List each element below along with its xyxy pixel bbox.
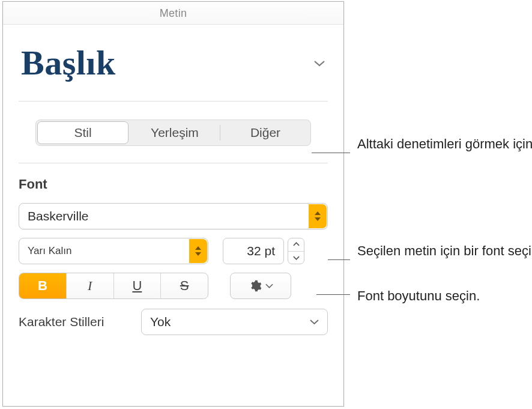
callout-font: Seçilen metin için bir font seçin. xyxy=(357,242,532,260)
gear-icon xyxy=(249,279,262,292)
chevron-down-icon xyxy=(265,283,273,289)
updown-icon xyxy=(309,204,327,228)
character-styles-select[interactable]: Yok xyxy=(141,309,328,335)
italic-button[interactable]: I xyxy=(67,273,114,298)
strike-button[interactable]: S xyxy=(161,273,208,298)
stepper-up-icon[interactable] xyxy=(288,238,304,252)
sidebar-content: Başlık Stil Yerleşim Diğer Font Baskervi… xyxy=(3,25,343,335)
callout-leader xyxy=(328,259,350,260)
paragraph-style-name: Başlık xyxy=(21,43,116,83)
callout-leader xyxy=(316,294,350,295)
callout-size: Font boyutunu seçin. xyxy=(357,287,480,305)
tab-style[interactable]: Stil xyxy=(37,121,128,144)
callout-tabs: Alttaki denetimleri görmek için tıklayın… xyxy=(357,135,532,153)
advanced-options-button[interactable] xyxy=(230,273,291,299)
format-sidebar: Metin Başlık Stil Yerleşim Diğer Font Ba… xyxy=(2,1,344,407)
tab-more[interactable]: Diğer xyxy=(220,120,310,145)
bold-button[interactable]: B xyxy=(19,273,67,298)
font-weight-select[interactable]: Yarı Kalın xyxy=(19,238,208,264)
chevron-down-icon xyxy=(310,319,319,325)
subtab-segmented[interactable]: Stil Yerleşim Diğer xyxy=(35,120,311,146)
font-size-stepper[interactable] xyxy=(288,238,304,264)
chevron-down-icon xyxy=(313,59,325,67)
updown-icon xyxy=(189,239,207,263)
font-family-select[interactable]: Baskerville xyxy=(19,203,328,229)
font-family-value: Baskerville xyxy=(28,209,89,223)
font-size-group xyxy=(223,238,304,264)
paragraph-style-selector[interactable]: Başlık xyxy=(19,25,328,101)
font-weight-value: Yarı Kalın xyxy=(28,245,71,257)
tab-layout[interactable]: Yerleşim xyxy=(130,120,220,145)
sidebar-title: Metin xyxy=(3,2,343,25)
font-section-label: Font xyxy=(19,177,328,192)
character-styles-row: Karakter Stilleri Yok xyxy=(19,309,328,335)
underline-button[interactable]: U xyxy=(114,273,162,298)
font-size-input[interactable] xyxy=(223,238,284,264)
character-styles-label: Karakter Stilleri xyxy=(19,315,130,329)
divider xyxy=(19,163,328,163)
font-weight-size-row: Yarı Kalın xyxy=(19,238,328,264)
biuso-group: B I U S xyxy=(19,273,208,299)
callout-leader xyxy=(312,153,350,153)
style-buttons-row: B I U S xyxy=(19,273,328,299)
stepper-down-icon[interactable] xyxy=(288,252,304,264)
character-styles-value: Yok xyxy=(150,315,171,329)
